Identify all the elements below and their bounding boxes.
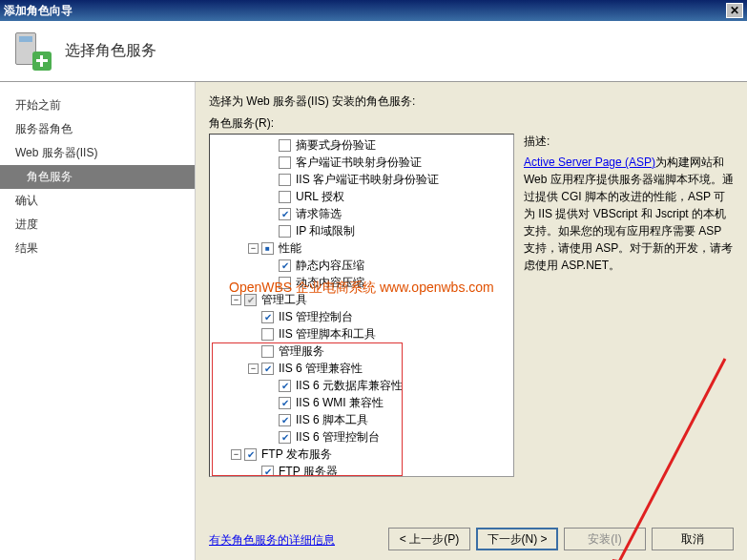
tree-row[interactable]: IIS 6 WMI 兼容性 (214, 394, 509, 411)
tree-label: IIS 6 管理兼容性 (277, 361, 364, 377)
checkbox[interactable] (261, 311, 274, 323)
page-title: 选择角色服务 (65, 41, 156, 61)
tree-label: IIS 管理脚本和工具 (277, 326, 378, 342)
tree-row[interactable]: 客户端证书映射身份验证 (214, 154, 509, 171)
sidebar-item-6[interactable]: 结果 (0, 237, 195, 260)
tree-row[interactable]: URL 授权 (214, 188, 509, 205)
checkbox[interactable] (244, 448, 257, 461)
sidebar-item-3[interactable]: 角色服务 (0, 165, 195, 189)
checkbox[interactable] (279, 139, 291, 152)
checkbox[interactable] (279, 208, 291, 220)
tree-row[interactable]: −FTP 发布服务 (214, 446, 509, 463)
tree-label: FTP 服务器 (277, 464, 340, 478)
checkbox[interactable] (261, 363, 274, 375)
checkbox[interactable] (279, 380, 291, 392)
checkbox[interactable] (279, 259, 291, 272)
sidebar-item-2[interactable]: Web 服务器(IIS) (0, 141, 195, 165)
tree-label: 管理工具 (259, 292, 309, 308)
expander-icon[interactable]: − (248, 243, 259, 254)
tree-row[interactable]: −管理工具 (214, 291, 509, 308)
expander-icon[interactable]: − (231, 449, 241, 460)
checkbox[interactable] (279, 191, 291, 203)
tree-row[interactable]: 摘要式身份验证 (214, 136, 509, 154)
tree-label: URL 授权 (294, 189, 346, 205)
tree-row[interactable]: IIS 客户端证书映射身份验证 (214, 171, 509, 188)
tree-label: IIS 6 管理控制台 (294, 429, 382, 446)
tree-label: 性能 (277, 240, 303, 257)
tree-row[interactable]: 请求筛选 (214, 205, 509, 222)
sidebar-item-5[interactable]: 进度 (0, 213, 195, 237)
tree-row[interactable]: 静态内容压缩 (214, 257, 509, 274)
sidebar: 开始之前服务器角色Web 服务器(IIS)角色服务确认进度结果 (0, 82, 196, 560)
checkbox[interactable] (279, 414, 291, 426)
description-title: 描述: (524, 134, 734, 150)
description-link[interactable]: Active Server Page (ASP) (524, 156, 655, 169)
checkbox[interactable] (279, 225, 291, 238)
sidebar-item-0[interactable]: 开始之前 (0, 93, 195, 117)
tree-label: 摘要式身份验证 (294, 137, 378, 154)
expander-icon[interactable]: − (231, 295, 241, 305)
next-button[interactable]: 下一步(N) > (476, 528, 558, 550)
tree-row[interactable]: 管理服务 (214, 342, 509, 360)
tree-label: IIS 6 元数据库兼容性 (294, 378, 405, 394)
tree-label: IIS 管理控制台 (277, 309, 355, 325)
expander-icon[interactable]: − (248, 363, 259, 374)
window-title: 添加角色向导 (4, 3, 73, 19)
sidebar-item-4[interactable]: 确认 (0, 189, 195, 213)
tree-label: 管理服务 (277, 343, 326, 360)
tree-row[interactable]: IP 和域限制 (214, 222, 509, 239)
tree-label: 请求筛选 (294, 206, 343, 222)
prev-button[interactable]: < 上一步(P) (388, 528, 470, 550)
sidebar-item-1[interactable]: 服务器角色 (0, 117, 195, 141)
close-button[interactable]: ✕ (726, 3, 743, 18)
checkbox[interactable] (279, 397, 291, 409)
description-text: Active Server Page (ASP)为构建网站和 Web 应用程序提… (524, 154, 734, 274)
role-services-tree[interactable]: 摘要式身份验证客户端证书映射身份验证IIS 客户端证书映射身份验证URL 授权请… (209, 134, 514, 477)
tree-row[interactable]: FTP 服务器 (214, 463, 509, 477)
checkbox[interactable] (244, 294, 257, 306)
wizard-header: 选择角色服务 (0, 21, 747, 82)
tree-row[interactable]: IIS 管理脚本和工具 (214, 325, 509, 342)
checkbox[interactable] (261, 242, 274, 255)
checkbox[interactable] (279, 156, 291, 169)
tree-row[interactable]: 动态内容压缩 (214, 274, 509, 291)
tree-row[interactable]: IIS 管理控制台 (214, 308, 509, 325)
checkbox[interactable] (279, 174, 291, 186)
wizard-buttons: < 上一步(P) 下一步(N) > 安装(I) 取消 (388, 528, 734, 550)
wizard-icon (11, 31, 53, 73)
checkbox[interactable] (261, 345, 274, 358)
description-panel: 描述: Active Server Page (ASP)为构建网站和 Web 应… (524, 134, 734, 527)
install-button: 安装(I) (564, 528, 646, 550)
tree-label: IIS 客户端证书映射身份验证 (294, 172, 441, 188)
tree-row[interactable]: −IIS 6 管理兼容性 (214, 360, 509, 377)
tree-label: 客户端证书映射身份验证 (294, 155, 424, 171)
tree-label: IIS 6 脚本工具 (294, 412, 370, 428)
instruction-text: 选择为 Web 服务器(IIS) 安装的角色服务: (209, 93, 734, 110)
tree-row[interactable]: −性能 (214, 239, 509, 257)
tree-row[interactable]: IIS 6 元数据库兼容性 (214, 377, 509, 394)
checkbox[interactable] (261, 328, 274, 341)
checkbox[interactable] (279, 431, 291, 444)
tree-label: IIS 6 WMI 兼容性 (294, 395, 385, 411)
cancel-button[interactable]: 取消 (652, 528, 734, 550)
tree-row[interactable]: IIS 6 脚本工具 (214, 411, 509, 428)
title-bar: 添加角色向导 ✕ (0, 0, 747, 21)
checkbox[interactable] (279, 277, 291, 289)
tree-label: IP 和域限制 (294, 223, 357, 239)
tree-label: FTP 发布服务 (259, 446, 334, 463)
tree-label: 角色服务(R): (209, 115, 734, 132)
tree-label: 静态内容压缩 (294, 258, 366, 274)
tree-row[interactable]: IIS 6 管理控制台 (214, 428, 509, 446)
tree-label: 动态内容压缩 (294, 275, 366, 291)
main-panel: 选择为 Web 服务器(IIS) 安装的角色服务: 角色服务(R): 摘要式身份… (196, 82, 747, 560)
description-body: 为构建网站和 Web 应用程序提供服务器端脚本环境。通过提供 CGI 脚本的改进… (524, 156, 734, 272)
checkbox[interactable] (261, 466, 274, 478)
